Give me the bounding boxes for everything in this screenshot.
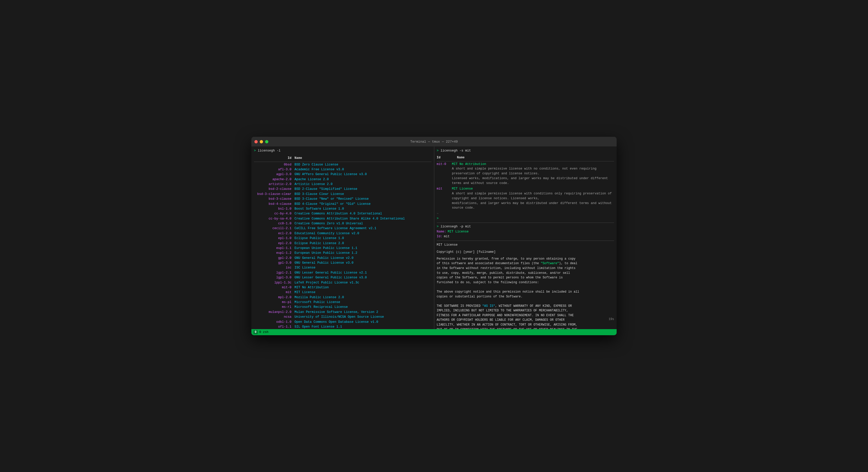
list-item: iscISC License	[254, 265, 431, 270]
license-list: 0bsdBSD Zero Clause Licenseafl-3.0Academ…	[254, 163, 431, 329]
shell-label: 0 zsh	[259, 330, 268, 334]
license-row-id: agpl-3.0	[254, 172, 294, 177]
license-row-id: apache-2.0	[254, 177, 294, 182]
print-name-value: MIT License	[448, 229, 469, 234]
list-item: odbl-1.0Open Data Commons Open Database …	[254, 320, 431, 325]
license-row-id: lgpl-2.1	[254, 270, 294, 275]
search-header-name: Name	[457, 155, 465, 160]
license-row-name: Creative Commons Attribution Share Alike…	[294, 216, 405, 221]
divider-1	[437, 223, 614, 223]
search-table-header: Id Name	[437, 154, 614, 161]
list-item: cc-by-4.0Creative Commons Attribution 4.…	[254, 211, 431, 216]
license-row-name: MIT No Attribution	[294, 285, 329, 290]
result-1-id: mit-0	[437, 162, 452, 167]
license-row-name: Open Data Commons Open Database License …	[294, 320, 378, 325]
license-row-name: LaTeX Project Public License v1.3c	[294, 281, 359, 285]
license-row-id: mpl-2.0	[254, 295, 294, 300]
prompt-symbol: >	[254, 149, 258, 152]
license-row-name: MIT License	[294, 290, 315, 295]
list-item: lgpl-3.0GNU Lesser General Public Licens…	[254, 275, 431, 280]
left-prompt: > licensegh -l	[254, 148, 431, 153]
license-row-id: epl-2.0	[254, 241, 294, 246]
license-row-id: ecl-2.0	[254, 231, 294, 236]
print-prompt-line: > licensegh -p mit	[437, 224, 614, 229]
print-id-value: mit	[444, 234, 450, 239]
license-row-name: BSD 3-Clause Clear License	[294, 192, 344, 197]
window-title: Terminal — tmux — 227×49	[410, 140, 458, 144]
license-row-name: Creative Commons Zero v1.0 Universal	[294, 221, 363, 226]
license-row-id: bsd-3-clause-clear	[254, 192, 294, 197]
status-bar: 0 0 zsh	[251, 329, 617, 335]
list-item: mit-0MIT No Attribution	[254, 285, 431, 290]
license-row-name: Microsoft Public License	[294, 300, 340, 305]
license-row-id: cc0-1.0	[254, 221, 294, 226]
list-item: bsl-1.0Boost Software License 1.0	[254, 207, 431, 211]
prompt-command: licensegh -l	[258, 149, 281, 152]
result-2-id: mit	[437, 186, 452, 191]
list-item: 0bsdBSD Zero Clause License	[254, 163, 431, 167]
right-pane[interactable]: > licensegh -s mit Id Name mit-0 MIT No …	[434, 146, 617, 329]
print-info: Name: MIT License	[437, 229, 614, 234]
list-item: gpl-3.0GNU General Public License v3.0	[254, 261, 431, 265]
license-row-id: cc-by-sa-4.0	[254, 216, 294, 221]
license-row-id: lgpl-3.0	[254, 275, 294, 280]
license-row-name: European Union Public License 1.2	[294, 251, 358, 256]
license-row-name: University of Illinois/NCSA Open Source …	[294, 315, 384, 320]
license-row-name: GNU Lesser General Public License v3.0	[294, 275, 367, 280]
list-item: ofl-1.1SIL Open Font License 1.1	[254, 325, 431, 329]
titlebar: Terminal — tmux — 227×49	[251, 137, 617, 146]
license-row-id: ofl-1.1	[254, 325, 294, 329]
result-1-desc2: Licensed works, modifications, and large…	[437, 176, 614, 186]
search-prompt-symbol: >	[437, 149, 441, 152]
license-row-id: gpl-3.0	[254, 261, 294, 265]
list-item: ncsaUniversity of Illinois/NCSA Open Sou…	[254, 315, 431, 320]
license-row-id: afl-3.0	[254, 167, 294, 172]
license-row-name: Mozilla Public License 2.0	[294, 295, 344, 300]
license-row-id: mit	[254, 290, 294, 295]
search-header-id: Id	[437, 155, 457, 160]
list-item: eupl-1.2European Union Public License 1.…	[254, 251, 431, 256]
search-command: licensegh -s mit	[441, 149, 471, 152]
license-row-id: bsl-1.0	[254, 207, 294, 211]
license-row-name: BSD 3-Clause "New" or "Revised" License	[294, 197, 369, 202]
search-result-1: mit-0 MIT No Attribution A short and sim…	[437, 162, 614, 186]
list-item: mpl-2.0Mozilla Public License 2.0	[254, 295, 431, 300]
list-item: lgpl-2.1GNU Lesser General Public Licens…	[254, 270, 431, 275]
list-item: lppl-1.3cLaTeX Project Public License v1…	[254, 281, 431, 285]
license-row-id: cc-by-4.0	[254, 211, 294, 216]
list-item: ms-rlMicrosoft Reciprocal License	[254, 305, 431, 309]
license-text-block: MIT License Copyright (c) [year] [fullna…	[437, 242, 614, 329]
list-item: epl-1.0Eclipse Public License 1.0	[254, 236, 431, 241]
result-1-desc1: A short and simple permissive license wi…	[437, 167, 614, 176]
minimize-button[interactable]	[260, 140, 263, 143]
list-item: apache-2.0Apache License 2.0	[254, 177, 431, 182]
list-item: mulanpsl-2.0Mulan Permissive Software Li…	[254, 310, 431, 315]
maximize-button[interactable]	[265, 140, 268, 143]
list-item: cc0-1.0Creative Commons Zero v1.0 Univer…	[254, 221, 431, 226]
search-result-2: mit MIT License A short and simple permi…	[437, 186, 614, 210]
tilde-r1: ~	[437, 211, 614, 216]
license-copyright: Copyright (c) [year] [fullname]	[437, 249, 614, 255]
license-row-name: European Union Public License 1.1	[294, 246, 358, 251]
print-name-label: Name:	[437, 229, 446, 234]
license-row-id: eupl-1.1	[254, 246, 294, 251]
license-title: MIT License	[437, 242, 614, 247]
license-row-name: ISC License	[294, 265, 315, 270]
result-2-name: MIT License	[452, 186, 473, 191]
license-row-name: Boost Software License 1.0	[294, 207, 344, 211]
left-pane[interactable]: > licensegh -l Id Name 0bsdBSD Zero Clau…	[251, 146, 434, 329]
license-row-id: bsd-2-clause	[254, 187, 294, 191]
license-row-id: ms-rl	[254, 305, 294, 309]
list-item: ecl-2.0Educational Community License v2.…	[254, 231, 431, 236]
close-button[interactable]	[254, 140, 258, 143]
license-row-id: mit-0	[254, 285, 294, 290]
license-row-name: Academic Free License v3.0	[294, 167, 344, 172]
license-row-name: Educational Community License v2.0	[294, 231, 359, 236]
license-row-name: Microsoft Reciprocal License	[294, 305, 348, 309]
result-1-name: MIT No Attribution	[452, 162, 486, 167]
license-row-id: isc	[254, 265, 294, 270]
license-row-name: GNU Lesser General Public License v2.1	[294, 270, 367, 275]
license-row-id: cecill-2.1	[254, 226, 294, 231]
license-row-name: SIL Open Font License 1.1	[294, 325, 342, 329]
license-row-name: BSD Zero Clause License	[294, 163, 338, 167]
